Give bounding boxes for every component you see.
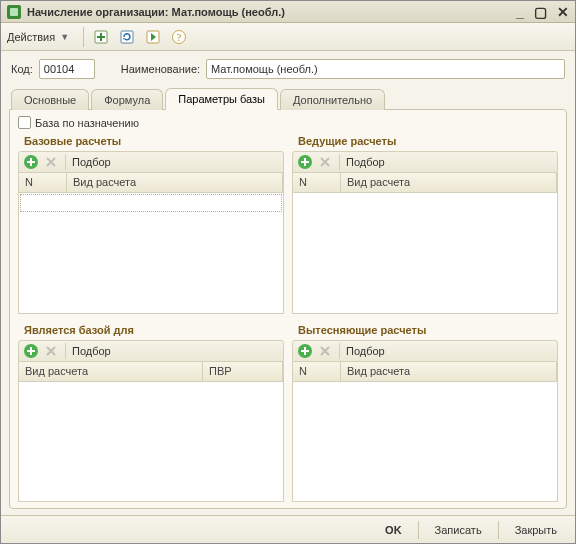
- add-icon[interactable]: [23, 343, 39, 359]
- base-by-assignment-row: База по назначению: [18, 116, 558, 129]
- actions-menu[interactable]: Действия ▼: [7, 31, 77, 43]
- minimize-button[interactable]: _: [516, 4, 524, 20]
- svg-rect-2: [97, 36, 105, 38]
- delete-icon[interactable]: [317, 154, 333, 170]
- add-icon[interactable]: [297, 343, 313, 359]
- col-type: Вид расчета: [341, 173, 557, 192]
- ok-button[interactable]: OK: [375, 521, 412, 539]
- svg-rect-15: [27, 350, 35, 352]
- save-button[interactable]: Записать: [425, 521, 492, 539]
- grid[interactable]: N Вид расчета: [292, 173, 558, 314]
- tab-additional[interactable]: Дополнительно: [280, 89, 385, 110]
- col-type: Вид расчета: [67, 173, 283, 192]
- grid-header: N Вид расчета: [293, 362, 557, 382]
- grid-body[interactable]: [19, 382, 283, 502]
- separator: [418, 521, 419, 539]
- panel-toolbar: Подбор: [292, 340, 558, 362]
- grid-header: N Вид расчета: [293, 173, 557, 193]
- grid[interactable]: N Вид расчета: [18, 173, 284, 314]
- panel-leading-calcs: Ведущие расчеты Подбор N Вид расчета: [292, 133, 558, 314]
- code-label: Код:: [11, 63, 33, 75]
- panel-title: Вытесняющие расчеты: [292, 322, 558, 340]
- panels-grid: Базовые расчеты Подбор N Вид расчета: [18, 133, 558, 502]
- panel-toolbar: Подбор: [18, 151, 284, 173]
- name-input[interactable]: [206, 59, 565, 79]
- name-label: Наименование:: [121, 63, 200, 75]
- grid-header: Вид расчета ПВР: [19, 362, 283, 382]
- tab-main[interactable]: Основные: [11, 89, 89, 110]
- chevron-down-icon: ▼: [58, 32, 71, 42]
- svg-rect-12: [301, 161, 309, 163]
- titlebar: Начисление организации: Мат.помощь (необ…: [1, 1, 575, 23]
- grid-body[interactable]: [293, 382, 557, 502]
- panel-toolbar: Подбор: [292, 151, 558, 173]
- svg-rect-9: [27, 161, 35, 163]
- tab-formula[interactable]: Формула: [91, 89, 163, 110]
- pick-button[interactable]: Подбор: [346, 156, 385, 168]
- add-icon[interactable]: [297, 154, 313, 170]
- svg-rect-3: [121, 31, 133, 43]
- separator: [498, 521, 499, 539]
- svg-text:?: ?: [177, 32, 182, 43]
- tab-base-params[interactable]: Параметры базы: [165, 88, 278, 110]
- panel-title: Базовые расчеты: [18, 133, 284, 151]
- toolbar-separator: [65, 343, 66, 359]
- delete-icon[interactable]: [43, 154, 59, 170]
- window: Начисление организации: Мат.помощь (необ…: [0, 0, 576, 544]
- window-title: Начисление организации: Мат.помощь (необ…: [27, 6, 516, 18]
- add-icon[interactable]: [23, 154, 39, 170]
- panel-base-calcs: Базовые расчеты Подбор N Вид расчета: [18, 133, 284, 314]
- base-by-assignment-label: База по назначению: [35, 117, 139, 129]
- col-pvr: ПВР: [203, 362, 283, 381]
- tabstrip: Основные Формула Параметры базы Дополнит…: [1, 85, 575, 109]
- pick-button[interactable]: Подбор: [346, 345, 385, 357]
- header-form: Код: Наименование:: [1, 51, 575, 85]
- col-type: Вид расчета: [19, 362, 203, 381]
- toolbar-add-button[interactable]: [90, 26, 112, 48]
- panel-displacing-calcs: Вытесняющие расчеты Подбор N Вид расчета: [292, 322, 558, 503]
- tab-panel-base-params: База по назначению Базовые расчеты Подбо…: [9, 109, 567, 509]
- panel-title: Ведущие расчеты: [292, 133, 558, 151]
- grid-body[interactable]: [19, 193, 283, 313]
- bottom-bar: OK Записать Закрыть: [1, 515, 575, 543]
- close-button[interactable]: Закрыть: [505, 521, 567, 539]
- panel-title: Является базой для: [18, 322, 284, 340]
- restore-button[interactable]: ▢: [534, 4, 547, 20]
- col-n: N: [293, 173, 341, 192]
- grid[interactable]: Вид расчета ПВР: [18, 362, 284, 503]
- close-button[interactable]: ✕: [557, 4, 569, 20]
- toolbar-separator: [83, 27, 84, 47]
- code-input[interactable]: [39, 59, 95, 79]
- col-n: N: [293, 362, 341, 381]
- toolbar-separator: [65, 154, 66, 170]
- grid-header: N Вид расчета: [19, 173, 283, 193]
- toolbar-separator: [339, 343, 340, 359]
- pick-button[interactable]: Подбор: [72, 156, 111, 168]
- panel-is-base-for: Является базой для Подбор Вид расчета ПВ…: [18, 322, 284, 503]
- col-n: N: [19, 173, 67, 192]
- col-type: Вид расчета: [341, 362, 557, 381]
- actions-label: Действия: [7, 31, 55, 43]
- toolbar-separator: [339, 154, 340, 170]
- grid[interactable]: N Вид расчета: [292, 362, 558, 503]
- toolbar-refresh-button[interactable]: [116, 26, 138, 48]
- svg-rect-18: [301, 350, 309, 352]
- toolbar-help-button[interactable]: ?: [168, 26, 190, 48]
- toolbar-go-button[interactable]: [142, 26, 164, 48]
- panel-toolbar: Подбор: [18, 340, 284, 362]
- base-by-assignment-checkbox[interactable]: [18, 116, 31, 129]
- delete-icon[interactable]: [43, 343, 59, 359]
- pick-button[interactable]: Подбор: [72, 345, 111, 357]
- new-row-placeholder[interactable]: [20, 194, 282, 212]
- app-icon: [7, 5, 21, 19]
- grid-body[interactable]: [293, 193, 557, 313]
- delete-icon[interactable]: [317, 343, 333, 359]
- main-toolbar: Действия ▼ ?: [1, 23, 575, 51]
